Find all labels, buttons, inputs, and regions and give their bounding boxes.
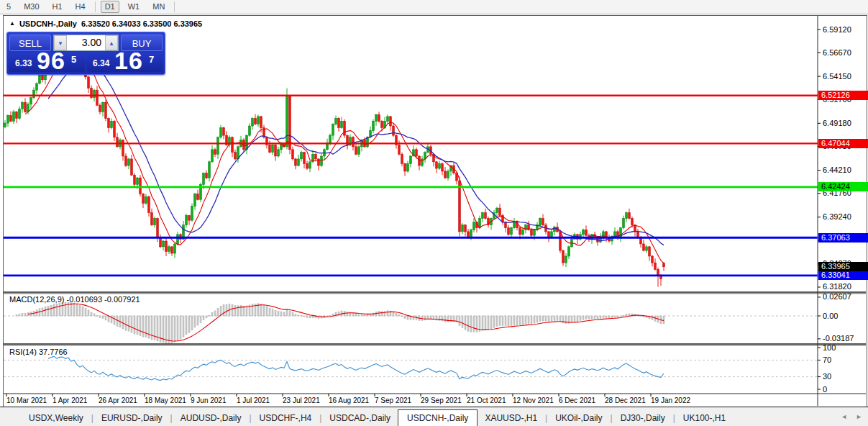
candlestick[interactable] (562, 250, 565, 263)
candlestick[interactable] (289, 96, 291, 150)
candlestick[interactable] (522, 230, 524, 235)
candlestick[interactable] (39, 74, 41, 83)
candlestick[interactable] (234, 153, 237, 159)
timeframe-button-W1[interactable]: W1 (124, 1, 145, 13)
candlestick[interactable] (631, 219, 634, 225)
candlestick[interactable] (134, 175, 136, 184)
candlestick[interactable] (539, 219, 542, 225)
candlestick[interactable] (19, 109, 21, 118)
candlestick[interactable] (513, 222, 516, 228)
candlestick[interactable] (482, 213, 484, 219)
candlestick[interactable] (246, 135, 248, 150)
candlestick[interactable] (174, 244, 176, 253)
candlestick[interactable] (637, 232, 639, 237)
candlestick[interactable] (623, 219, 625, 228)
timeframe-button-5[interactable]: 5 (2, 1, 15, 13)
candlestick[interactable] (142, 194, 145, 203)
candlestick[interactable] (511, 228, 513, 235)
candlestick[interactable] (102, 102, 104, 112)
chart-tab-eurusd-daily[interactable]: EURUSD-,Daily (94, 410, 170, 426)
candlestick[interactable] (22, 102, 24, 109)
candlestick[interactable] (203, 173, 205, 185)
candlestick[interactable] (554, 227, 556, 232)
candlestick[interactable] (36, 83, 38, 90)
candlestick[interactable] (559, 232, 562, 250)
candlestick[interactable] (465, 225, 467, 232)
chart-tab-uk100-h1[interactable]: UK100-,H1 (676, 410, 733, 426)
candlestick[interactable] (275, 145, 277, 156)
candlestick[interactable] (548, 232, 550, 237)
volume-input[interactable]: 3.00 (67, 35, 105, 50)
tab-scroll-left-icon[interactable]: ◄ (841, 413, 847, 420)
candlestick[interactable] (272, 145, 274, 152)
candlestick[interactable] (649, 247, 651, 256)
candlestick[interactable] (269, 145, 271, 152)
candlestick[interactable] (583, 230, 585, 235)
candlestick[interactable] (505, 222, 507, 228)
candlestick[interactable] (398, 145, 401, 154)
candlestick[interactable] (168, 247, 170, 252)
collapse-panel-icon[interactable]: ▲ (9, 20, 15, 27)
candlestick[interactable] (303, 153, 306, 164)
candlestick[interactable] (442, 163, 444, 171)
candlestick[interactable] (531, 230, 533, 235)
timeframe-button-MN[interactable]: MN (148, 1, 169, 13)
chart-tab-usdx-weekly[interactable]: USDX,Weekly (22, 410, 91, 426)
chart-tab-xauusd-h1[interactable]: XAUUSD-,H1 (478, 410, 544, 426)
candlestick[interactable] (387, 117, 389, 122)
candlestick[interactable] (252, 119, 254, 126)
candlestick[interactable] (217, 137, 219, 155)
candlestick[interactable] (151, 213, 153, 225)
candlestick[interactable] (439, 163, 441, 168)
candlestick[interactable] (657, 269, 659, 275)
candlestick[interactable] (390, 117, 392, 126)
candlestick[interactable] (470, 230, 472, 237)
candlestick[interactable] (373, 121, 375, 130)
candlestick[interactable] (338, 119, 340, 128)
candlestick[interactable] (257, 117, 260, 124)
candlestick[interactable] (292, 150, 294, 159)
buy-price-display[interactable]: 6.34 16 7 (87, 53, 163, 72)
candlestick[interactable] (393, 126, 395, 135)
candlestick[interactable] (447, 171, 449, 178)
candlestick[interactable] (565, 256, 567, 263)
candlestick[interactable] (652, 256, 654, 263)
candlestick[interactable] (211, 150, 214, 162)
candlestick[interactable] (634, 225, 636, 232)
chart-tab-ukoil-daily[interactable]: UKOil-,Daily (548, 410, 609, 426)
candlestick[interactable] (663, 263, 665, 267)
candlestick[interactable] (145, 196, 147, 203)
candlestick[interactable] (249, 126, 251, 135)
candlestick[interactable] (42, 74, 44, 80)
candlestick[interactable] (375, 114, 378, 121)
candlestick[interactable] (473, 222, 475, 230)
candlestick[interactable] (186, 216, 188, 225)
candlestick[interactable] (30, 98, 32, 104)
candlestick[interactable] (335, 119, 337, 124)
candlestick[interactable] (99, 105, 101, 112)
timeframe-button-H4[interactable]: H4 (71, 1, 90, 13)
candlestick[interactable] (125, 156, 127, 166)
candlestick[interactable] (13, 112, 15, 121)
candlestick[interactable] (401, 154, 403, 163)
candlestick[interactable] (177, 235, 179, 244)
chart-tab-usdchf-h4[interactable]: USDCHF-,H4 (252, 410, 319, 426)
candlestick[interactable] (160, 237, 162, 247)
candlestick[interactable] (188, 216, 191, 221)
candlestick[interactable] (232, 137, 234, 153)
candlestick[interactable] (410, 156, 412, 163)
candlestick[interactable] (220, 128, 222, 137)
candlestick[interactable] (568, 247, 570, 256)
candlestick[interactable] (108, 119, 110, 128)
candlestick[interactable] (467, 232, 470, 237)
candlestick[interactable] (508, 228, 510, 235)
candlestick[interactable] (223, 128, 225, 135)
timeframe-button-H1[interactable]: H1 (48, 1, 67, 13)
candlestick[interactable] (306, 163, 309, 168)
candlestick[interactable] (329, 135, 332, 142)
candlestick[interactable] (321, 156, 323, 166)
candlestick[interactable] (407, 163, 409, 171)
candlestick[interactable] (378, 114, 380, 121)
candlestick[interactable] (341, 121, 343, 127)
candlestick[interactable] (646, 247, 648, 250)
